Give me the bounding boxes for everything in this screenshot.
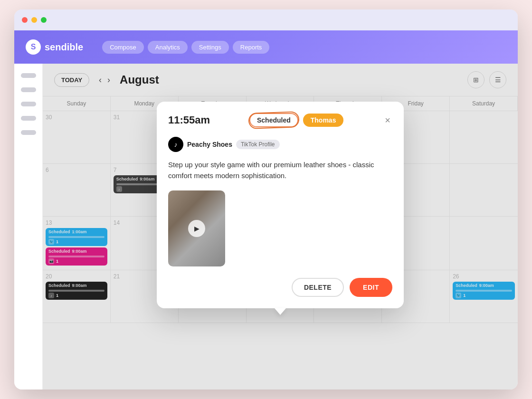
- nav-settings[interactable]: Settings: [191, 41, 229, 54]
- nav-reports[interactable]: Reports: [233, 41, 270, 54]
- calendar-area: TODAY ‹ › August ⊞ ☰ Sunday Monday Tuesd…: [43, 64, 518, 390]
- event-modal: 11:55am Scheduled Thomas × ♪ Peachy Shoe…: [157, 102, 404, 308]
- logo-icon: S: [26, 39, 41, 55]
- modal-badges: Scheduled Thomas: [249, 113, 343, 127]
- logo-text: sendible: [45, 42, 83, 53]
- modal-overlay: 11:55am Scheduled Thomas × ♪ Peachy Shoe…: [43, 64, 518, 390]
- sidebar-icon-1[interactable]: [21, 73, 36, 78]
- account-type-badge: TikTok Profile: [236, 140, 280, 149]
- maximize-dot[interactable]: [41, 17, 47, 23]
- nav-compose[interactable]: Compose: [102, 41, 144, 54]
- user-badge: Thomas: [303, 114, 344, 127]
- modal-tail: [275, 308, 286, 315]
- sidebar: [14, 64, 43, 390]
- account-name: Peachy Shoes: [187, 141, 232, 148]
- nav-analytics[interactable]: Analytics: [148, 41, 188, 54]
- sidebar-icon-2[interactable]: [21, 87, 36, 92]
- browser-chrome: [14, 10, 518, 30]
- browser-window: S sendible Compose Analytics Settings Re…: [14, 10, 518, 390]
- main-content: TODAY ‹ › August ⊞ ☰ Sunday Monday Tuesd…: [14, 64, 518, 390]
- sidebar-icon-5[interactable]: [21, 130, 36, 135]
- media-preview: ▶: [168, 190, 225, 266]
- sidebar-icon-4[interactable]: [21, 116, 36, 121]
- edit-button[interactable]: EDIT: [350, 278, 392, 297]
- modal-time: 11:55am: [168, 114, 210, 126]
- scheduled-badge: Scheduled: [249, 113, 298, 127]
- media-thumbnail: ▶: [168, 190, 225, 266]
- modal-header: 11:55am Scheduled Thomas ×: [168, 113, 392, 127]
- logo: S sendible: [26, 39, 83, 55]
- delete-button[interactable]: DELETE: [292, 278, 344, 297]
- close-dot[interactable]: [22, 17, 28, 23]
- modal-footer: DELETE EDIT: [168, 278, 392, 297]
- modal-close-button[interactable]: ×: [383, 114, 392, 127]
- modal-body-text: Step up your style game with our premium…: [168, 160, 392, 181]
- sidebar-icon-3[interactable]: [21, 102, 36, 106]
- header-nav: Compose Analytics Settings Reports: [102, 41, 269, 54]
- account-row: ♪ Peachy Shoes TikTok Profile: [168, 137, 392, 152]
- account-avatar: ♪: [168, 137, 183, 152]
- play-button[interactable]: ▶: [188, 220, 205, 237]
- app-header: S sendible Compose Analytics Settings Re…: [14, 30, 518, 64]
- minimize-dot[interactable]: [31, 17, 37, 23]
